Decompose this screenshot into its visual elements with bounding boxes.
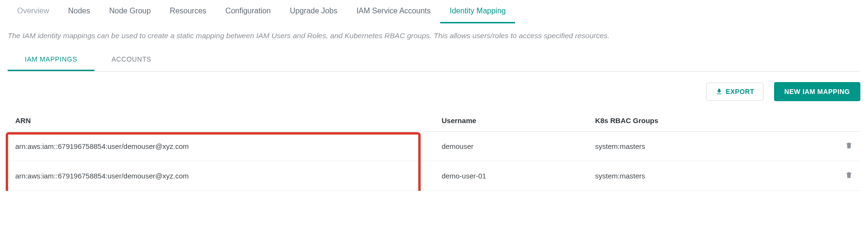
export-button[interactable]: EXPORT: [706, 83, 764, 101]
cell-groups: system:masters: [588, 161, 818, 191]
cell-username: demouser: [434, 132, 588, 161]
col-header-actions: [818, 110, 860, 132]
cell-arn: arn:aws:iam::679196758854:user/demouser@…: [8, 161, 434, 191]
tab-node-group[interactable]: Node Group: [100, 0, 160, 23]
col-header-username: Username: [434, 110, 588, 132]
tab-resources[interactable]: Resources: [160, 0, 216, 23]
page-description: The IAM identity mappings can be used to…: [0, 24, 868, 49]
cell-arn: arn:aws:iam::679196758854:user/demouser@…: [8, 132, 434, 161]
table-row: arn:aws:iam::679196758854:user/demouser@…: [8, 161, 860, 191]
top-tabs: Overview Nodes Node Group Resources Conf…: [0, 0, 868, 24]
cell-groups: system:masters: [588, 132, 818, 161]
iam-mappings-table: ARN Username K8s RBAC Groups arn:aws:iam…: [8, 110, 860, 191]
trash-icon[interactable]: [845, 141, 853, 150]
tab-upgrade-jobs[interactable]: Upgrade Jobs: [280, 0, 347, 23]
tab-iam-service-accounts[interactable]: IAM Service Accounts: [347, 0, 440, 23]
subtab-iam-mappings[interactable]: IAM MAPPINGS: [8, 49, 94, 71]
new-iam-mapping-button[interactable]: NEW IAM MAPPING: [774, 82, 860, 101]
export-label: EXPORT: [726, 88, 754, 95]
toolbar: EXPORT NEW IAM MAPPING: [0, 72, 868, 110]
tab-overview[interactable]: Overview: [8, 0, 59, 23]
tab-configuration[interactable]: Configuration: [216, 0, 280, 23]
cell-username: demo-user-01: [434, 161, 588, 191]
tab-identity-mapping[interactable]: Identity Mapping: [440, 0, 515, 23]
tab-nodes[interactable]: Nodes: [59, 0, 100, 23]
table-row: arn:aws:iam::679196758854:user/demouser@…: [8, 132, 860, 161]
table-wrap: ARN Username K8s RBAC Groups arn:aws:iam…: [0, 110, 868, 191]
col-header-arn: ARN: [8, 110, 434, 132]
trash-icon[interactable]: [845, 171, 853, 179]
sub-tabs: IAM MAPPINGS ACCOUNTS: [8, 49, 860, 72]
subtab-accounts[interactable]: ACCOUNTS: [94, 49, 168, 71]
col-header-groups: K8s RBAC Groups: [588, 110, 818, 132]
download-icon: [715, 88, 723, 95]
